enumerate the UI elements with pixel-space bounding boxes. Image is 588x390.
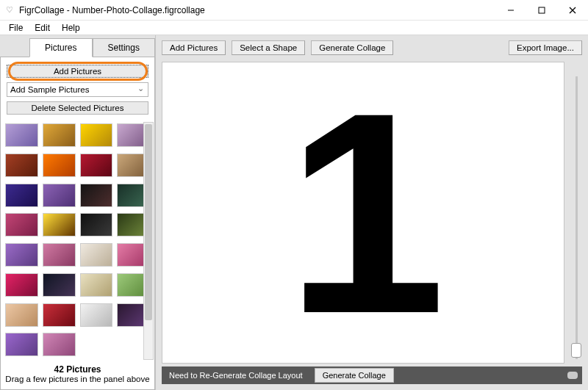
thumbnail[interactable] <box>43 213 76 236</box>
thumbnail-scrollbar[interactable] <box>143 122 154 360</box>
thumbnail[interactable] <box>5 123 38 147</box>
thumbnail[interactable] <box>5 303 38 327</box>
thumbnail[interactable] <box>43 123 76 147</box>
toolbar-generate-collage[interactable]: Generate Collage <box>311 40 393 55</box>
toolbar-export-image[interactable]: Export Image... <box>509 40 582 55</box>
thumbnail[interactable] <box>43 243 76 267</box>
thumbnail[interactable] <box>5 333 38 356</box>
thumbnail[interactable] <box>5 273 38 297</box>
delete-selected-button[interactable]: Delete Selected Pictures <box>7 101 148 115</box>
menu-edit[interactable]: Edit <box>29 21 56 35</box>
thumbnail[interactable] <box>43 273 76 297</box>
thumbnail-scroll-area[interactable] <box>1 120 154 361</box>
thumbnail[interactable] <box>80 123 113 147</box>
status-bar: Need to Re-Generate Collage Layout Gener… <box>162 366 582 384</box>
pictures-panel: Add Pictures Add Sample Pictures Delete … <box>0 57 155 390</box>
add-sample-pictures-select[interactable]: Add Sample Pictures <box>7 82 148 97</box>
thumbnail[interactable] <box>80 184 113 207</box>
zoom-slider[interactable] <box>570 76 582 359</box>
minimize-button[interactable] <box>495 0 526 21</box>
right-area: Add Pictures Select a Shape Generate Col… <box>156 35 588 390</box>
status-generate-button[interactable]: Generate Collage <box>315 368 394 383</box>
status-indicator-icon <box>567 372 578 379</box>
thumbnail[interactable] <box>80 243 113 267</box>
window-title: FigrCollage - Number-Photo-Collage.figrc… <box>19 5 495 15</box>
menu-file[interactable]: File <box>3 21 29 35</box>
thumbnail[interactable] <box>80 154 113 177</box>
thumbnail[interactable] <box>43 184 76 207</box>
thumbnail[interactable] <box>5 243 38 267</box>
thumbnail[interactable] <box>80 303 113 327</box>
tab-settings[interactable]: Settings <box>93 38 156 57</box>
toolbar-select-shape[interactable]: Select a Shape <box>232 40 305 55</box>
canvas[interactable]: 1 <box>162 62 564 364</box>
svg-rect-1 <box>539 7 545 13</box>
thumbnail[interactable] <box>43 154 76 177</box>
drag-hint: Drag a few pictures in the panel above <box>5 375 150 383</box>
thumbnail[interactable] <box>43 303 76 327</box>
shape-preview: 1 <box>287 70 440 356</box>
maximize-button[interactable] <box>526 0 557 21</box>
thumbnail[interactable] <box>5 184 38 207</box>
thumbnail[interactable] <box>43 333 76 356</box>
thumbnail[interactable] <box>5 213 38 236</box>
status-message: Need to Re-Generate Collage Layout <box>162 371 310 380</box>
titlebar: ♡ FigrCollage - Number-Photo-Collage.fig… <box>0 0 588 21</box>
thumbnail[interactable] <box>80 213 113 236</box>
close-button[interactable] <box>557 0 588 21</box>
thumbnail[interactable] <box>80 273 113 297</box>
toolbar-add-pictures[interactable]: Add Pictures <box>162 40 226 55</box>
menu-help[interactable]: Help <box>56 21 86 35</box>
menubar: File Edit Help <box>0 21 588 35</box>
app-icon: ♡ <box>4 5 15 15</box>
picture-count: 42 Pictures <box>5 364 150 375</box>
thumbnail[interactable] <box>5 154 38 177</box>
add-pictures-button[interactable]: Add Pictures <box>7 65 148 78</box>
tab-pictures[interactable]: Pictures <box>29 38 93 57</box>
top-toolbar: Add Pictures Select a Shape Generate Col… <box>156 35 588 60</box>
left-panel: Pictures Settings Add Pictures Add Sampl… <box>0 35 156 390</box>
